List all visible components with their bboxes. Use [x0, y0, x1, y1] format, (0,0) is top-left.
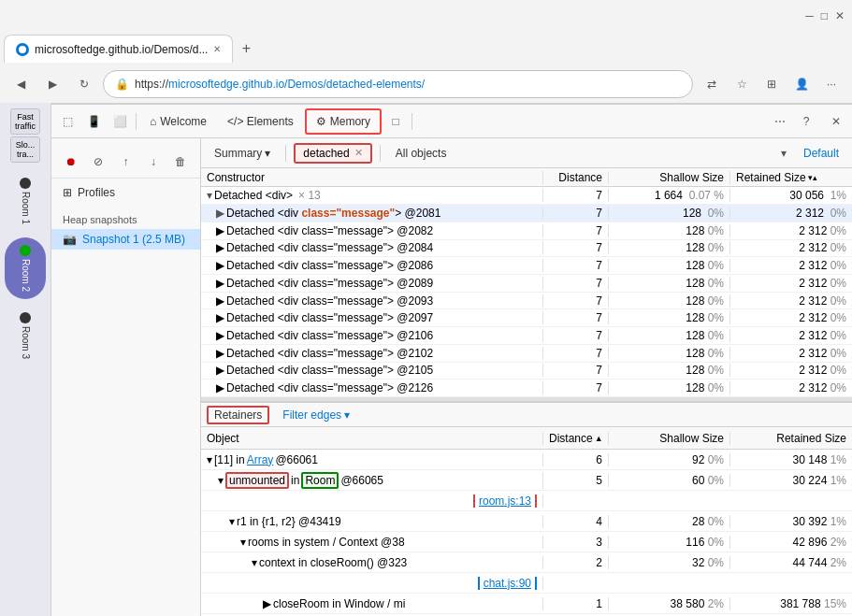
minimize-btn[interactable]: ─	[805, 9, 814, 22]
back-btn[interactable]: ◀	[7, 71, 34, 97]
upload-btn[interactable]: ↑	[114, 150, 137, 174]
chatjs-link[interactable]: chat.js:90	[478, 577, 537, 590]
ret-row-link[interactable]: room.js:13	[201, 491, 852, 511]
col-retained-header[interactable]: Retained Size ▾▴	[730, 171, 852, 184]
ret-col-object-header[interactable]: Object	[201, 432, 543, 445]
help-icon[interactable]: ?	[794, 109, 818, 134]
table-row[interactable]: ▶Detached <div class="message"> @2106 7 …	[201, 327, 852, 345]
table-row[interactable]: ▶Detached <div class="message"> @2084 7 …	[201, 240, 852, 258]
summary-chevron: ▾	[265, 147, 270, 160]
profiles-label: Profiles	[78, 186, 115, 199]
collection-icon[interactable]: ⊞	[758, 71, 785, 97]
stop-btn[interactable]: ⊘	[86, 150, 109, 174]
subtoolbar-sep2	[380, 145, 381, 162]
memory-tab[interactable]: ⚙ Memory	[305, 108, 382, 135]
browser-toolbar-icons: ⇄ ☆ ⊞ 👤 ···	[699, 71, 845, 97]
clear-btn[interactable]: 🗑	[169, 150, 193, 174]
table-row[interactable]: ▶Detached <div class="message"> @2093 7 …	[201, 293, 852, 310]
inspect-icon[interactable]: ⬚	[55, 109, 79, 134]
table-row[interactable]: ▶Detached <div class="message"> @2089 7 …	[201, 275, 852, 293]
room2-label: Room 2	[21, 259, 31, 292]
room1-btn[interactable]: Room 1	[5, 172, 46, 230]
active-tab[interactable]: microsoftedge.github.io/Demos/d... ✕	[4, 35, 233, 63]
address-bar[interactable]: 🔒 https://microsoftedge.github.io/Demos/…	[103, 70, 693, 98]
more-icon[interactable]: ···	[818, 71, 845, 97]
device-icon[interactable]: 📱	[81, 109, 106, 134]
retainers-label[interactable]: Retainers	[207, 406, 269, 424]
screenshot-icon[interactable]: ⬜	[108, 109, 132, 134]
unmounted-highlight[interactable]: unmounted	[225, 472, 289, 489]
profiles-item[interactable]: ⊞ Profiles	[51, 182, 200, 203]
fast-traffic-btn[interactable]: Fasttraffic	[10, 108, 40, 135]
room3-btn[interactable]: Room 3	[5, 307, 46, 365]
ret-col-dist-header[interactable]: Distance ▲	[543, 432, 609, 445]
ret-row[interactable]: ▾ rooms in system / Context @38 3 116 0%…	[201, 532, 852, 552]
split-container: Constructor Distance Shallow Size Retain…	[201, 168, 852, 616]
ret-col-retained-header[interactable]: Retained Size	[730, 432, 852, 445]
table-row[interactable]: ▶Detached <div class="message"> @2105 7 …	[201, 363, 852, 380]
filter-clear-btn[interactable]: ✕	[354, 147, 363, 159]
ret-row[interactable]: ▾ context in closeRoom() @323 2 32 0% 44…	[201, 552, 852, 573]
col-constructor-header[interactable]: Constructor	[201, 171, 543, 184]
row-toggle[interactable]: ▾	[207, 189, 212, 202]
table-row[interactable]: ▶Detached <div class="message"> @2086 7 …	[201, 257, 852, 275]
room2-btn[interactable]: Room 2	[5, 237, 46, 299]
array-link[interactable]: Array	[247, 453, 274, 466]
new-tab-btn[interactable]: +	[233, 36, 259, 62]
filter-edges-btn[interactable]: Filter edges ▾	[277, 407, 355, 423]
table-row[interactable]: ▾ Detached <div> × 13 7 1 664 0.07 % 30 …	[201, 187, 852, 205]
refresh-btn[interactable]: ↻	[71, 71, 97, 97]
ret-row[interactable]: ▾ unmounted in Room @66065 5 60 0% 30 22…	[201, 470, 852, 491]
screencast-icon[interactable]: □	[383, 109, 408, 134]
gear-icon: ⚙	[316, 115, 326, 128]
ret-row[interactable]: ▾ r1 in {r1, r2} @43419 4 28 0% 30 392 1…	[201, 511, 852, 532]
profile-icon[interactable]: 👤	[788, 71, 815, 97]
devtools-close-btn[interactable]: ✕	[824, 109, 848, 134]
dropdown-icon[interactable]: ▾	[775, 147, 792, 160]
close-window-btn[interactable]: ✕	[835, 9, 845, 22]
browser-chrome: ─ □ ✕ microsoftedge.github.io/Demos/d...…	[0, 0, 852, 103]
toolbar-sep1	[136, 113, 137, 130]
retainers-header: Retainers Filter edges ▾	[201, 401, 852, 427]
all-objects-btn[interactable]: All objects	[388, 142, 455, 165]
ret-col-shallow-header[interactable]: Shallow Size	[609, 432, 730, 445]
snapshot1-item[interactable]: 📷 Snapshot 1 (2.5 MB)	[51, 229, 200, 250]
heap-header: Constructor Distance Shallow Size Retain…	[201, 168, 852, 187]
tab-close-btn[interactable]: ✕	[213, 44, 221, 54]
table-row[interactable]: ▶Detached <div class="message"> @2082 7 …	[201, 222, 852, 240]
record-btn[interactable]: ⏺	[59, 150, 82, 174]
download-btn[interactable]: ↓	[141, 150, 165, 174]
summary-btn[interactable]: Summary ▾	[207, 142, 278, 165]
room-highlight[interactable]: Room	[301, 472, 339, 489]
roomjs-link[interactable]: room.js:13	[473, 494, 537, 508]
more-tools-icon[interactable]: ⋯	[768, 109, 792, 134]
row-shallow: 1 664 0.07 %	[609, 189, 730, 202]
translate-icon[interactable]: ⇄	[699, 71, 725, 97]
maximize-btn[interactable]: □	[821, 9, 828, 22]
ret-row-link[interactable]: chat.js:90	[201, 573, 852, 594]
row-constructor: ▾ Detached <div> × 13	[201, 189, 543, 202]
forward-btn[interactable]: ▶	[39, 71, 65, 97]
row-toggle[interactable]: ▶	[216, 207, 224, 220]
main-area: Fasttraffic Slo...tra... Room 1 Room 2 R…	[0, 103, 852, 616]
snapshot-icon: 📷	[63, 233, 77, 246]
elements-tab[interactable]: </> Elements	[218, 108, 303, 135]
detached-filter-tag[interactable]: detached ✕	[294, 143, 371, 164]
col-distance-header[interactable]: Distance	[543, 171, 609, 184]
address-bar-row: ◀ ▶ ↻ 🔒 https://microsoftedge.github.io/…	[0, 65, 852, 103]
table-row[interactable]: ▶Detached <div class="message"> @2097 7 …	[201, 309, 852, 327]
detached-filter-label: detached	[303, 147, 349, 160]
col-shallow-header[interactable]: Shallow Size	[609, 171, 730, 184]
row-shallow: 128 0%	[609, 207, 730, 220]
table-row[interactable]: ▶Detached <div class="message"> @2102 7 …	[201, 345, 852, 363]
ret-row[interactable]: ▾ [11] in Array @66061 6 92 0% 30 148 1%	[201, 450, 852, 470]
favorites-icon[interactable]: ☆	[729, 71, 755, 97]
table-row[interactable]: ▶Detached <div class="message"> @2126 7 …	[201, 380, 852, 397]
welcome-tab[interactable]: ⌂ Welcome	[140, 108, 216, 135]
default-btn[interactable]: Default	[796, 147, 846, 160]
welcome-icon: ⌂	[150, 115, 156, 128]
table-row[interactable]: ▶ Detached <div class="message"> @2081 7…	[201, 205, 852, 222]
slow-traffic-btn[interactable]: Slo...tra...	[10, 136, 40, 163]
ret-row[interactable]: ▶ closeRoom in Window / mi 1 38 580 2% 3…	[201, 594, 852, 614]
left-sidebar: ⏺ ⊘ ↑ ↓ 🗑 ⊞ Profiles Heap snapshots 📷 Sn…	[51, 138, 201, 616]
